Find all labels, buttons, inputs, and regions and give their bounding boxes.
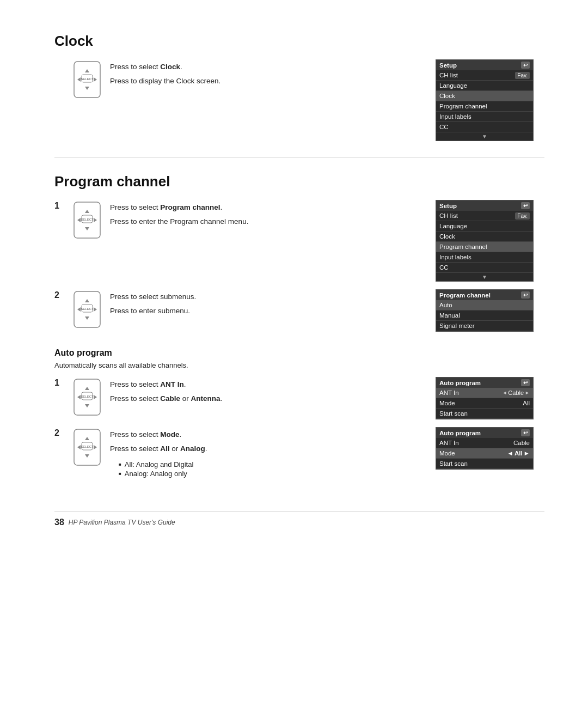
ap-step2-line2: Press to select All or Analog. <box>110 443 207 454</box>
clock-menu-clock: Clock <box>436 91 533 101</box>
pc-menu2-auto: Auto <box>436 300 533 311</box>
ap-menu1-ant-in: ANT In ◄ Cable ► <box>436 388 533 398</box>
remote-diagram-pc1: SELECT <box>70 200 105 240</box>
pc-menu1-panel: Setup ↩ CH list Fav. Language Clock Prog… <box>436 200 534 282</box>
clock-step1-row: SELECT Press to select Clock. Press to d… <box>54 59 544 141</box>
menu-down-arrow-pc1: ▼ <box>436 273 533 281</box>
svg-marker-31 <box>85 437 89 440</box>
clock-menu-cc: CC <box>436 122 533 132</box>
svg-text:SELECT: SELECT <box>81 77 94 81</box>
auto-program-step2-left: 2 SELECT Press to select Mode. Press to … <box>54 427 419 479</box>
auto-program-step1-text: Press to select ANT In. Press to select … <box>110 377 222 405</box>
program-channel-title: Program channel <box>54 173 544 190</box>
ap-menu1-header: Auto program ↩ <box>436 378 533 388</box>
ap-step1-line1: Press to select ANT In. <box>110 379 222 390</box>
back-icon-pc2: ↩ <box>521 291 530 299</box>
program-channel-section: Program channel 1 SELECT Press to select… <box>54 173 544 332</box>
pc-menu2-header: Program channel ↩ <box>436 290 533 300</box>
ant-in-arrow-left: ◄ <box>502 390 507 395</box>
ap-step1-line2: Press to select Cable or Antenna. <box>110 393 222 404</box>
ap-menu2-mode: Mode ◄ All ► <box>436 448 533 459</box>
step1-number: 1 <box>54 201 64 211</box>
clock-step1-line1: Press to select Clock. <box>110 62 220 72</box>
auto-program-subtitle: Auto program <box>54 348 544 358</box>
clock-menu-chlist: CH list Fav. <box>436 70 533 81</box>
pc-step2-line1: Press to select submenus. <box>110 291 196 302</box>
remote-diagram-ap1: SELECT <box>70 377 105 417</box>
ap-menu2-start-scan: Start scan <box>436 459 533 469</box>
svg-marker-19 <box>77 307 81 312</box>
svg-marker-24 <box>85 387 89 390</box>
clock-section: Clock SELECT Press to select Clock. Pres <box>54 33 544 141</box>
auto-program-step2-row: 2 SELECT Press to select Mode. Press to … <box>54 427 544 479</box>
clock-title: Clock <box>54 33 544 50</box>
clock-menu-input-labels: Input labels <box>436 112 533 122</box>
ap-bullet1: All: Analog and Digital <box>119 460 207 468</box>
svg-marker-32 <box>85 454 89 458</box>
svg-text:SELECT: SELECT <box>81 445 94 448</box>
pc-menu1-clock: Clock <box>436 232 533 242</box>
program-channel-step1-text: Press to select Program channel. Press t… <box>110 200 248 228</box>
footer-page-number: 38 <box>54 518 64 527</box>
pc-menu2-manual: Manual <box>436 311 533 321</box>
pc-menu1-program-channel: Program channel <box>436 242 533 252</box>
ap-step2-line1: Press to select Mode. <box>110 429 207 440</box>
remote-diagram-clock: SELECT <box>70 59 105 100</box>
svg-marker-11 <box>85 227 89 230</box>
ap-bullet2: Analog: Analog only <box>119 470 207 478</box>
svg-marker-25 <box>85 404 89 407</box>
clock-menu-panel: Setup ↩ CH list Fav. Language Clock Prog… <box>436 59 534 141</box>
svg-marker-5 <box>77 77 81 82</box>
ap-step1-number: 1 <box>54 378 64 388</box>
ap-menu2-panel: Auto program ↩ ANT In Cable Mode ◄ All ►… <box>436 427 534 470</box>
clock-menu-header: Setup ↩ <box>436 60 533 70</box>
back-icon-ap1: ↩ <box>521 379 530 386</box>
ap-menu1-start-scan: Start scan <box>436 409 533 419</box>
svg-text:SELECT: SELECT <box>81 218 94 221</box>
svg-marker-13 <box>94 218 97 222</box>
svg-marker-26 <box>77 395 81 399</box>
svg-marker-12 <box>77 218 81 222</box>
auto-program-menu2: Auto program ↩ ANT In Cable Mode ◄ All ►… <box>436 427 544 470</box>
svg-marker-20 <box>94 307 97 312</box>
step2-number: 2 <box>54 290 64 300</box>
auto-program-step1-row: 1 SELECT Press to select ANT In. Press t… <box>54 377 544 419</box>
svg-marker-6 <box>94 77 97 82</box>
footer-text: HP Pavilion Plasma TV User's Guide <box>69 519 175 526</box>
ap-menu2-ant-in: ANT In Cable <box>436 438 533 448</box>
back-icon-pc1: ↩ <box>521 202 530 209</box>
ap-menu2-header: Auto program ↩ <box>436 428 533 438</box>
auto-program-step1-left: 1 SELECT Press to select ANT In. Press t… <box>54 377 419 417</box>
auto-program-menu1: Auto program ↩ ANT In ◄ Cable ► Mode All <box>436 377 544 419</box>
program-channel-step2-text: Press to select submenus. Press to enter… <box>110 289 196 317</box>
mode-arrow-right: ► <box>524 450 530 457</box>
pc-step1-line2: Press to enter the Program channel menu. <box>110 216 248 227</box>
auto-program-step2-text: Press to select Mode. Press to select Al… <box>110 427 207 479</box>
ap-step2-bullets: All: Analog and Digital Analog: Analog o… <box>110 460 207 479</box>
pc-step1-line1: Press to select Program channel. <box>110 202 248 213</box>
pc-menu1-chlist: CH list Fav. <box>436 211 533 221</box>
svg-marker-33 <box>77 445 81 449</box>
svg-marker-3 <box>85 69 89 72</box>
clock-step1-line2: Press to display the Clock screen. <box>110 76 220 87</box>
svg-marker-34 <box>94 445 97 449</box>
program-channel-menu2: Program channel ↩ Auto Manual Signal met… <box>436 289 544 332</box>
svg-text:SELECT: SELECT <box>81 395 94 398</box>
clock-menu-program-channel: Program channel <box>436 101 533 112</box>
svg-marker-18 <box>85 317 89 320</box>
program-channel-step1-left: 1 SELECT Press to select Program channel… <box>54 200 419 240</box>
ap-step2-number: 2 <box>54 428 64 438</box>
clock-menu1: Setup ↩ CH list Fav. Language Clock Prog… <box>436 59 544 141</box>
back-icon-ap2: ↩ <box>521 429 530 436</box>
program-channel-step2-row: 2 SELECT Press to select submenus. Press… <box>54 289 544 332</box>
pc-menu1-language: Language <box>436 221 533 232</box>
pc-menu1-input-labels: Input labels <box>436 252 533 263</box>
mode-arrow-left: ◄ <box>507 450 513 457</box>
section-divider <box>54 157 544 158</box>
svg-marker-17 <box>85 299 89 302</box>
remote-diagram-pc2: SELECT <box>70 289 105 330</box>
svg-marker-27 <box>94 395 97 399</box>
clock-step1-text: Press to select Clock. Press to display … <box>110 59 220 87</box>
auto-program-section: Auto program Automatically scans all ava… <box>54 348 544 479</box>
ap-menu1-mode: Mode All <box>436 398 533 409</box>
